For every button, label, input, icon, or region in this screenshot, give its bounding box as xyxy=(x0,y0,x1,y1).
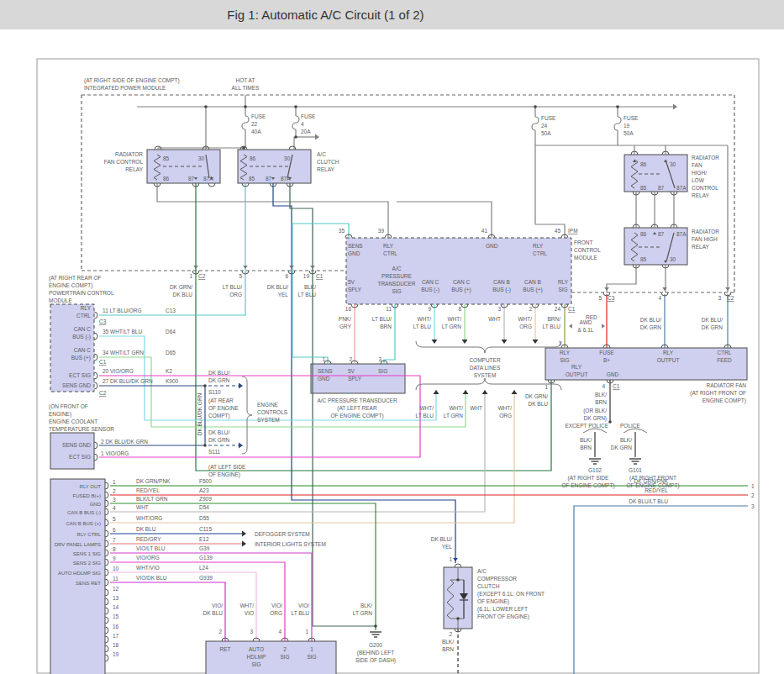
arrow-icon xyxy=(673,104,677,110)
fan-c1: C1 xyxy=(613,383,620,389)
engine-coolant-temp-sensor xyxy=(50,433,94,469)
ipm-pin-5: 5 xyxy=(239,273,242,279)
offpage-dk-blu-lt-blu: DK BLU/LT BLU xyxy=(629,498,668,504)
gnd-blk-brn-1: BLK/BRN xyxy=(595,392,607,405)
mk7: E12 xyxy=(199,536,209,542)
mc7: RED/GRY xyxy=(136,536,161,542)
module-canb-plus: CAN B BUS (+) xyxy=(66,521,101,526)
junction-dot xyxy=(203,444,207,447)
pcm-pin-20: 20 VIO/ORG xyxy=(103,368,134,374)
relayC-86: 86 xyxy=(640,161,647,167)
w-pnk-gry: PNK/GRY xyxy=(339,316,352,329)
ipm-pin-6: 6 xyxy=(285,273,288,279)
pcm-pin-34: 34 WHT/LT GRN xyxy=(103,350,144,355)
bb-pin-1: 1 xyxy=(305,629,308,635)
engine-controls-brace xyxy=(242,376,252,454)
mp12: 12 xyxy=(113,586,119,592)
fcm-canc-plus: CAN CBUS (+) xyxy=(451,279,471,293)
relayD-label: RADIATORFAN HIGHRELAY xyxy=(692,229,719,250)
ect-pin-2: 2 DK BLU/DK GRN xyxy=(101,439,148,445)
fuse-symbol xyxy=(614,117,621,130)
mc9: VIO/ORG xyxy=(136,555,160,561)
module-sens-2-sig: SENS 2 SIG xyxy=(73,561,102,566)
splice-color-1: DK BLU/DK GRN xyxy=(208,370,230,383)
pcm-pin-27: 27 DK BLU/DK GRN xyxy=(103,378,153,384)
relayB-87: 87 xyxy=(266,176,272,182)
gnd-blk-dk-grn: BLK/DK GRN xyxy=(611,437,633,450)
pin-bump xyxy=(105,589,108,596)
w-wht-vio: WHT/VIO xyxy=(239,603,254,616)
pin-bump xyxy=(105,608,108,614)
pin-bump xyxy=(105,655,108,661)
mp13: 13 xyxy=(113,595,119,601)
module-fused-b: FUSED B(+) xyxy=(72,493,101,498)
mp5: 5 xyxy=(113,516,116,522)
pin-bump xyxy=(94,333,97,340)
mp7: 7 xyxy=(113,537,116,543)
fcm-pin-9: 9 xyxy=(428,306,431,312)
relayB-30: 30 xyxy=(284,155,291,161)
mc5: WHT/ORG xyxy=(136,515,162,521)
relayD-30: 30 xyxy=(670,256,676,262)
w-wht-lt-grn-2: WHT/LT GRN xyxy=(444,405,464,419)
w-blk-lt-blu: BLK/LT BLU xyxy=(298,284,317,298)
compressor-label: A/CCOMPRESSORCLUTCH(EXCEPT 6.1L: ON FRON… xyxy=(477,568,545,620)
junction-dot xyxy=(456,578,460,582)
pin-bump xyxy=(105,598,108,605)
mp14: 14 xyxy=(113,604,119,610)
g102: G102 xyxy=(588,467,602,473)
w-dk-grn-dk-blu-1: DK GRN/DK BLU xyxy=(170,284,192,298)
pin-bump xyxy=(94,372,97,379)
fuse-22: FUSE2240A xyxy=(251,113,266,134)
relayD-86: 86 xyxy=(640,231,647,237)
w-brn-lt-blu: BRN/LT BLU xyxy=(543,316,561,329)
module-rly-out: RLY OUT xyxy=(80,484,102,489)
module-auto-hdlmp-sig: AUTO HDLMP SIG xyxy=(58,571,101,576)
mp18: 18 xyxy=(113,642,119,648)
bb-pin-3: 3 xyxy=(250,629,253,635)
mc6: DK BLU xyxy=(136,526,156,532)
w-wht-1: WHT xyxy=(488,316,501,322)
splice-s110-loc: (AT REAROF ENGINECOMPT) xyxy=(208,398,239,419)
mp15: 15 xyxy=(113,613,119,619)
arrow-icon xyxy=(315,134,319,140)
offpage-dk-grn-pnk: DK GRN/PNK xyxy=(634,478,669,484)
relayC-30: 30 xyxy=(670,161,676,167)
pin-bump xyxy=(94,454,97,461)
pin-bump xyxy=(94,354,97,361)
transducer-pin-3: 3 xyxy=(378,356,381,362)
mp1: 1 xyxy=(113,479,116,485)
relayA-87a: 87A xyxy=(203,176,213,182)
fuse24-to-fcm45 xyxy=(535,130,565,238)
fan-gnd: GND xyxy=(607,371,619,377)
sens-gnd-dkblu xyxy=(99,386,205,445)
pin-bump xyxy=(105,579,108,586)
mk5: D55 xyxy=(199,515,209,521)
arrow-icon xyxy=(239,443,243,449)
fuse-symbol xyxy=(532,117,539,130)
junction-dot xyxy=(456,617,460,620)
ipm-c2b: C2 xyxy=(727,295,734,301)
w-dk-blu-yel-2: DK BLU/YEL xyxy=(431,536,453,550)
module-sens-1-sig: SENS 1 SIG xyxy=(73,551,102,556)
splice-s110: S110 xyxy=(208,389,221,395)
pin-bump xyxy=(289,146,296,150)
fuse-19: FUSE1950A xyxy=(624,115,639,136)
bb-pin-4: 4 xyxy=(278,629,282,635)
arrow-icon xyxy=(482,390,488,394)
fcm41-gnd xyxy=(397,202,492,238)
pcm-code-d65: D65 xyxy=(166,350,176,355)
mk8: G39 xyxy=(199,545,210,551)
bb-pin-2: 2 xyxy=(218,629,222,635)
pin-bump xyxy=(208,183,215,187)
module-drv-panel-lamps: DRV PANEL LAMPS xyxy=(55,542,101,547)
mc8: VIO/LT BLU xyxy=(136,545,166,551)
mc11: VIO/DK BLU xyxy=(136,575,167,581)
arrow-icon xyxy=(239,383,243,389)
ipm-pin-1: 1 xyxy=(189,273,192,279)
engine-controls-system: ENGINECONTROLSSYSTEM xyxy=(257,402,288,423)
mk4: D54 xyxy=(199,504,209,510)
d85-red xyxy=(607,265,636,292)
junction-dot xyxy=(294,135,297,139)
fan-note: RADIATOR FAN(AT RIGHT FRONT OFENGINE COM… xyxy=(690,382,746,404)
